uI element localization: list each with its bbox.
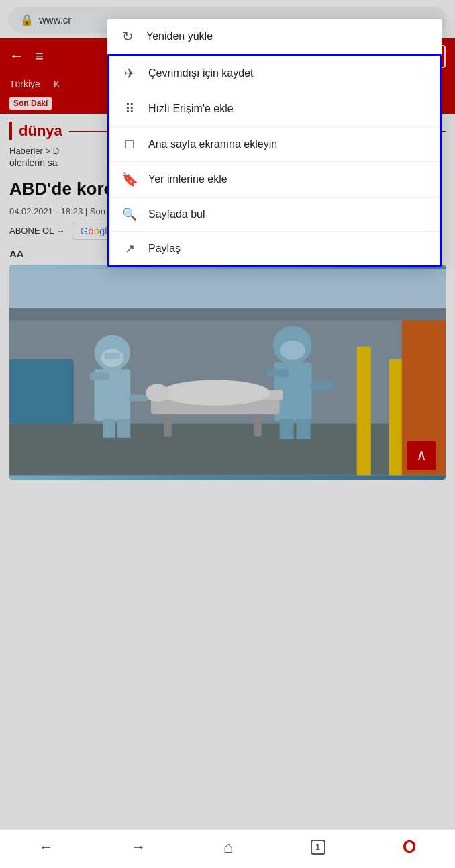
share-label: Paylaş [148,243,181,255]
menu-item-homescreen[interactable]: □ Ana sayfa ekranına ekleyin [109,127,440,162]
context-menu-container: ↻ Yeniden yükle ✈ Çevrimdışı için kaydet… [107,19,442,267]
nav-home-icon: ⌂ [223,838,234,857]
bookmark-icon: 🔖 [121,171,138,187]
find-label: Sayfada bul [148,208,205,220]
tabs-count: 1 [315,842,320,852]
menu-item-bookmark[interactable]: 🔖 Yer imlerine ekle [109,162,440,198]
nav-home-button[interactable]: ⌂ [223,838,234,857]
bookmark-label: Yer imlerine ekle [148,173,228,185]
homescreen-label: Ana sayfa ekranına ekleyin [148,138,277,150]
phone-icon: □ [121,136,138,152]
menu-item-offline[interactable]: ✈ Çevrimdışı için kaydet [109,56,440,91]
nav-tabs-button[interactable]: 1 [311,840,325,855]
find-icon: 🔍 [121,207,138,222]
reload-label: Yeniden yükle [146,30,213,42]
bottom-nav: ← → ⌂ 1 O [0,829,455,868]
opera-icon: O [403,836,416,857]
menu-item-find[interactable]: 🔍 Sayfada bul [109,198,440,232]
nav-opera-button[interactable]: O [403,836,416,857]
nav-back-button[interactable]: ← [39,838,54,856]
blue-border-section: ✈ Çevrimdışı için kaydet ⠿ Hızlı Erişim'… [107,54,442,267]
nav-forward-button[interactable]: → [131,838,146,856]
reload-icon: ↻ [119,28,136,44]
menu-item-quick-access[interactable]: ⠿ Hızlı Erişim'e ekle [109,91,440,127]
grid-icon: ⠿ [121,101,138,117]
menu-item-share[interactable]: ↗ Paylaş [109,232,440,265]
quick-access-label: Hızlı Erişim'e ekle [148,103,234,115]
menu-item-reload[interactable]: ↻ Yeniden yükle [107,19,442,54]
share-icon: ↗ [121,241,138,256]
offline-label: Çevrimdışı için kaydet [148,67,254,79]
tabs-badge: 1 [311,840,325,855]
airplane-icon: ✈ [121,65,138,81]
nav-forward-icon: → [131,838,146,856]
nav-back-icon: ← [39,838,54,856]
